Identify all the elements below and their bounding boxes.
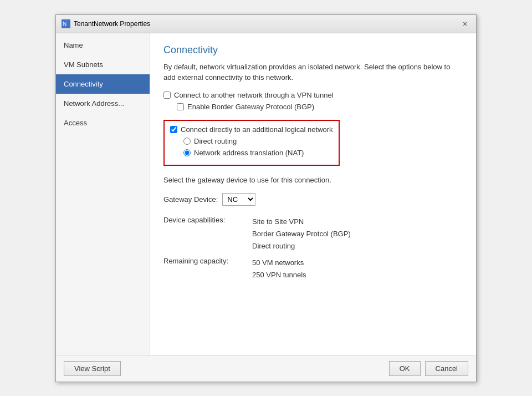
- sidebar-item-network-address[interactable]: Network Address...: [56, 94, 150, 113]
- sidebar-label-vm-subnets: VM Subnets: [64, 60, 103, 69]
- footer-right-buttons: OK Cancel: [389, 361, 468, 376]
- sidebar-item-access[interactable]: Access: [56, 113, 150, 133]
- direct-routing-label[interactable]: Direct routing: [194, 137, 237, 145]
- dialog-title: TenantNetwork Properties: [74, 20, 150, 28]
- remaining-values: 50 VM networks 250 VPN tunnels: [252, 257, 306, 281]
- close-button[interactable]: ×: [459, 18, 470, 29]
- nat-row: Network address translation (NAT): [183, 149, 333, 157]
- direct-routing-row: Direct routing: [183, 137, 333, 145]
- capabilities-label: Device capabilities:: [163, 216, 252, 252]
- vpn-tunnel-row: Connect to another network through a VPN…: [163, 91, 463, 99]
- gateway-device-label: Gateway Device:: [163, 195, 218, 204]
- sidebar-label-network-address: Network Address...: [64, 99, 124, 108]
- sidebar-item-connectivity[interactable]: Connectivity: [56, 74, 150, 94]
- gateway-description: Select the gateway device to use for thi…: [163, 175, 463, 186]
- bgp-row: Enable Border Gateway Protocol (BGP): [177, 103, 463, 111]
- sidebar-item-name[interactable]: Name: [56, 35, 150, 55]
- sidebar-label-access: Access: [64, 119, 87, 127]
- dialog-body: Name VM Subnets Connectivity Network Add…: [56, 33, 476, 355]
- content-area: Connectivity By default, network virtual…: [150, 33, 476, 355]
- dialog-window: N TenantNetwork Properties × Name VM Sub…: [55, 14, 477, 382]
- cancel-button[interactable]: Cancel: [425, 361, 468, 376]
- content-description: By default, network virtualization provi…: [163, 62, 463, 83]
- remaining-1: 50 VM networks: [252, 257, 306, 269]
- capabilities-section: Device capabilities: Site to Site VPN Bo…: [163, 216, 463, 252]
- ok-button[interactable]: OK: [389, 361, 421, 376]
- view-script-button[interactable]: View Script: [64, 361, 121, 376]
- capabilities-values: Site to Site VPN Border Gateway Protcol …: [252, 216, 351, 252]
- direct-logical-checkbox[interactable]: [170, 126, 177, 133]
- remaining-label: Remaining capacity:: [163, 257, 252, 281]
- direct-logical-label[interactable]: Connect directly to an additional logica…: [181, 125, 333, 134]
- bgp-label[interactable]: Enable Border Gateway Protocol (BGP): [187, 103, 314, 111]
- sidebar-item-vm-subnets[interactable]: VM Subnets: [56, 55, 150, 74]
- sidebar-label-connectivity: Connectivity: [64, 80, 103, 88]
- nat-label[interactable]: Network address translation (NAT): [194, 149, 304, 157]
- direct-routing-radio[interactable]: [183, 138, 191, 145]
- gateway-device-select[interactable]: NC GW1 GW2: [222, 193, 255, 206]
- nat-radio[interactable]: [183, 149, 191, 156]
- title-bar-left: N TenantNetwork Properties: [62, 19, 150, 28]
- app-icon: N: [62, 19, 70, 28]
- dialog-footer: View Script OK Cancel: [56, 355, 476, 382]
- capability-3: Direct routing: [252, 240, 351, 252]
- remaining-section: Remaining capacity: 50 VM networks 250 V…: [163, 257, 463, 281]
- bgp-checkbox[interactable]: [177, 103, 184, 110]
- vpn-tunnel-checkbox[interactable]: [163, 92, 171, 99]
- direct-logical-row: Connect directly to an additional logica…: [170, 125, 333, 134]
- title-bar: N TenantNetwork Properties ×: [56, 15, 476, 33]
- svg-text:N: N: [63, 21, 66, 27]
- content-title: Connectivity: [163, 44, 463, 56]
- capability-2: Border Gateway Protcol (BGP): [252, 228, 351, 240]
- vpn-tunnel-label[interactable]: Connect to another network through a VPN…: [174, 91, 334, 99]
- sidebar-label-name: Name: [64, 41, 83, 49]
- sidebar: Name VM Subnets Connectivity Network Add…: [56, 33, 150, 355]
- gateway-row: Gateway Device: NC GW1 GW2: [163, 193, 463, 206]
- remaining-2: 250 VPN tunnels: [252, 269, 306, 281]
- highlighted-section: Connect directly to an additional logica…: [163, 120, 340, 166]
- capability-1: Site to Site VPN: [252, 216, 351, 228]
